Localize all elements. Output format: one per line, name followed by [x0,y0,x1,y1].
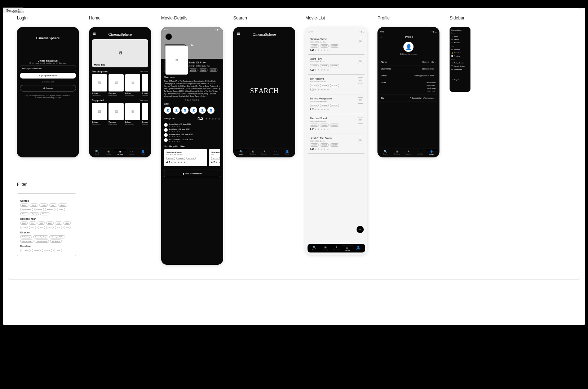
profile-row-bio[interactable]: BioA description of this user.› [380,95,437,102]
profile-link[interactable]: yourlink.net [426,87,436,89]
sidebar-item[interactable]: ⌂Home [451,35,469,38]
genre-chip[interactable]: Musical [40,212,49,215]
read-more-button[interactable]: READ MORE [164,99,220,101]
genre-chip[interactable]: Romance [45,208,56,211]
genre-chip[interactable]: Sci-Fi [49,204,57,207]
nav-trending[interactable]: ◉Trending [103,150,114,155]
profile-link[interactable]: mylink.net [426,84,436,86]
director-chip[interactable]: Cathy Yang [20,235,32,238]
add-watchlist-button[interactable]: ▮ Add To WatchList [164,170,220,177]
cast-avatar[interactable]: 👤 [181,107,189,114]
year-chip[interactable]: 2016 [63,222,71,225]
nav-search[interactable]: 🔍Search [309,246,320,251]
nav-profile[interactable]: 👤Profile [353,246,364,251]
cast-avatar[interactable]: 👤 [207,107,215,114]
cast-avatar[interactable]: 👤 [164,107,171,114]
nav-search[interactable]: 🔍Search [235,150,247,155]
profile-link[interactable]: website.net [426,81,436,84]
movie-card[interactable]: 🖼 [142,103,148,120]
genre-chip[interactable]: Action [20,204,28,207]
sidebar-item[interactable]: 🛡Security Settings [451,64,469,68]
sidebar-item[interactable]: 🔍Search [451,38,469,41]
signup-email-button[interactable]: Sign up with email [20,73,76,79]
movie-list-row[interactable]: The Last Stand2023 1h 42 Min Vince DelAC… [308,114,364,134]
sidebar-item[interactable]: ▭Subscription [451,68,469,71]
nav-top rated[interactable]: ★Top rated [114,150,126,155]
sidebar-item[interactable]: 📈Trending [451,54,469,58]
movie-card[interactable]: 🖼 [92,103,107,120]
director-chip[interactable]: Russo Brothers [35,240,49,243]
nav-search[interactable]: 🔍Search [91,150,103,155]
genre-chip[interactable]: Thriller [57,208,65,211]
movie-list-row[interactable]: Shadow Chase2024 1h 42 Min Leo ColdACTIO… [308,35,364,55]
nav-trending[interactable]: ◉Trending [391,150,403,155]
year-chip[interactable]: 2013 [20,226,28,229]
year-chip[interactable]: 2022 [46,226,54,229]
genre-chip[interactable]: Thriller [39,204,48,207]
recommendation-card[interactable]: Shadow Chase2024 1h 42 Min Leo ColdACTIO… [164,149,207,166]
year-chip[interactable]: 2011 [37,226,45,229]
genre-chip[interactable]: Drama [30,204,38,207]
duration-chip[interactable]: 1-2 hours [20,249,31,252]
sidebar-item[interactable]: ☆Favorites [451,41,469,44]
nav-watchlist[interactable]: ▭watchlist [270,150,282,155]
profile-row-links[interactable]: Links website.netmylink.netyourlink.net+… [380,79,437,95]
profile-row-name[interactable]: NameHelena Hills› [380,59,437,66]
year-chip[interactable]: 2015 [55,222,62,225]
profile-row-username[interactable]: Username@username› [380,66,437,72]
search-placeholder[interactable]: SEARCH [236,87,292,95]
year-chip[interactable]: 2012 [37,222,45,225]
movie-list-row[interactable]: Silent Fury2024 1h 42 Min Em CosACTIONDR… [308,55,364,75]
recommendation-card[interactable]: Shadow-R2024ACTIONDRAMAFICTION4.2 ★ ★ ★ … [209,149,220,166]
google-signin-button[interactable]: G Google [20,85,76,91]
back-button[interactable]: ← [165,33,172,40]
nav-watchlist[interactable]: ▭watchlist [126,150,137,155]
sidebar-logout[interactable]: ↪Logout [451,78,469,81]
genre-chip[interactable]: Comedy [34,208,44,211]
view-more-link[interactable]: View more [140,99,148,102]
year-chip[interactable]: 2021 [29,226,36,229]
profile-row-email[interactable]: Emailname@domain.com› [380,72,437,79]
filter-fab[interactable]: ≡ [357,226,364,233]
sidebar-item[interactable]: ▭watchlist [451,48,469,51]
nav-profile[interactable]: 👤Profile [137,150,149,155]
movie-card[interactable]: 🖼 [125,74,140,91]
sidebar-item[interactable]: ✎Rating & review [451,61,469,64]
year-chip[interactable]: 2017 [29,222,36,225]
movie-card[interactable]: 🖼 [109,103,124,120]
cast-avatar[interactable]: 👤 [173,107,180,114]
year-chip[interactable]: 2018 [20,222,28,225]
movie-card[interactable]: 🖼 [142,74,148,91]
duration-chip[interactable]: 2.5 hours [42,249,52,252]
movie-list-row[interactable]: Heart Of The Storm2022 1h 42 Min Ava EmA… [308,134,364,154]
movie-list-row[interactable]: Iron Resolve2023 1h 42 Min Dale TedACTIO… [308,75,364,94]
sidebar-item[interactable]: 👍Top rated [451,51,469,54]
menu-icon[interactable]: ☰ [93,31,96,35]
movie-card[interactable]: 🖼 [109,74,124,91]
year-chip[interactable]: 2019 [55,226,62,229]
nav-trending[interactable]: ◉Trending [247,150,258,155]
director-chip[interactable]: Christopher Nolan [49,235,65,238]
nav-top rated[interactable]: ★Top rated [258,150,270,155]
genre-chip[interactable]: Documentary [20,208,33,211]
view-more-link[interactable]: View more [140,70,148,73]
nav-top rated[interactable]: ★Top rated [403,150,414,155]
nav-search[interactable]: 🔍Search [380,150,391,155]
movie-list-row[interactable]: Burning Vengeance2023 1h 42 Min May Thom… [308,94,364,114]
nav-trending[interactable]: ◉Trending [320,246,331,251]
movie-card[interactable]: 🖼 [125,103,140,120]
duration-chip[interactable]: 3 hours [53,249,62,252]
menu-icon[interactable]: ☰ [237,31,240,35]
movie-card[interactable]: 🖼 [92,74,107,91]
year-chip[interactable]: 2014 [46,222,54,225]
cast-avatar[interactable]: 👤 [190,107,197,114]
nav-watchlist[interactable]: ▭watchlist [342,246,353,251]
year-chip[interactable]: 2021 [63,226,71,229]
profile-avatar[interactable]: 👤 [403,42,414,52]
hero-card[interactable]: 🖼 Movie Title [92,39,148,67]
nav-watchlist[interactable]: ▭watchlist [414,150,426,155]
genre-chip[interactable]: Mystery [30,212,39,215]
director-chip[interactable]: Steven Spielberg [33,235,48,238]
cast-avatar[interactable]: 👤 [199,107,206,114]
nav-profile[interactable]: 👤Profile [426,150,437,155]
